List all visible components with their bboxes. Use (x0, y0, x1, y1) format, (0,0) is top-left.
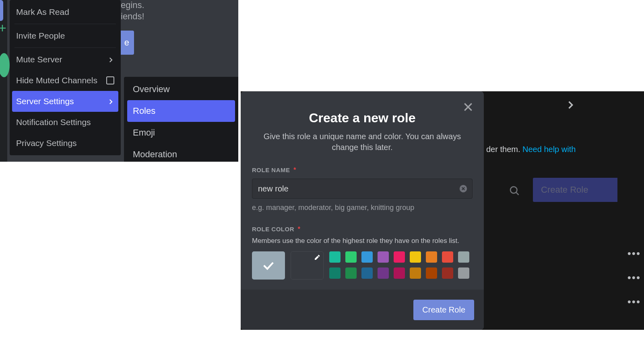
required-mark: * (296, 226, 301, 232)
chevron-right-icon (565, 99, 576, 111)
guild-icon-fragment (0, 53, 10, 77)
label-text: Role Color (252, 226, 294, 232)
eyedropper-icon (314, 254, 321, 261)
color-picker (252, 251, 473, 280)
color-swatch[interactable] (458, 267, 469, 279)
more-icon[interactable]: ••• (627, 272, 641, 284)
help-text: der them. (486, 145, 522, 154)
submenu-moderation[interactable]: Moderation (127, 144, 235, 162)
role-name-input[interactable] (252, 179, 473, 199)
color-swatch[interactable] (345, 267, 357, 279)
color-swatch[interactable] (361, 267, 373, 279)
color-swatch[interactable] (394, 251, 405, 263)
color-swatch[interactable] (458, 251, 469, 263)
color-swatch[interactable] (394, 267, 405, 279)
create-role-modal: Create a new role Give this role a uniqu… (241, 91, 484, 330)
close-icon[interactable] (462, 101, 474, 113)
color-swatch[interactable] (378, 267, 389, 279)
ctx-item-label: Mark As Read (16, 7, 69, 17)
modal-subtitle: Give this role a unique name and color. … (257, 131, 468, 153)
help-text-fragment: der them. Need help with (486, 145, 576, 154)
more-icon[interactable]: ••• (627, 296, 641, 308)
color-swatch[interactable] (329, 267, 341, 279)
color-swatch[interactable] (329, 251, 341, 263)
check-icon (262, 259, 275, 272)
default-color-swatch[interactable] (252, 251, 285, 280)
role-name-label: Role Name * (252, 167, 473, 174)
ctx-item-label: Server Settings (16, 97, 74, 106)
role-name-hint: e.g. manager, moderator, big gamer, knit… (252, 204, 473, 212)
role-color-desc: Members use the color of the highest rol… (252, 237, 473, 245)
svg-point-0 (510, 187, 517, 193)
ctx-invite-people[interactable]: Invite People (12, 25, 118, 46)
color-swatch[interactable] (361, 251, 373, 263)
chevron-right-icon (107, 98, 114, 105)
separator (14, 47, 116, 48)
ctx-mute-server[interactable]: Mute Server (12, 49, 118, 70)
guild-selected-indicator (0, 0, 3, 21)
ctx-privacy-settings[interactable]: Privacy Settings (12, 133, 118, 154)
color-swatch[interactable] (426, 267, 437, 279)
ctx-item-label: Hide Muted Channels (16, 76, 97, 85)
svg-line-1 (516, 193, 519, 195)
more-icon[interactable]: ••• (627, 247, 641, 260)
add-server-fragment: + (0, 20, 9, 31)
right-screenshot-region: der them. Need help with Create Role •••… (241, 91, 644, 330)
modal-title: Create a new role (241, 111, 484, 125)
color-swatch[interactable] (410, 267, 421, 279)
server-settings-submenu: Overview Roles Emoji Moderation (124, 77, 238, 162)
color-grid (329, 251, 469, 280)
modal-footer: Create Role (241, 290, 484, 330)
create-role-button-behind[interactable]: Create Role (533, 178, 617, 202)
color-swatch[interactable] (442, 267, 453, 279)
color-swatch[interactable] (345, 251, 357, 263)
search-icon[interactable] (509, 185, 520, 196)
submenu-overview[interactable]: Overview (127, 78, 235, 100)
bg-text-fragment: iends! (121, 11, 144, 22)
left-screenshot-region: egins. iends! e + Mark As Read Invite Pe… (0, 0, 238, 162)
server-context-menu: Mark As Read Invite People Mute Server H… (10, 0, 121, 155)
checkbox-icon[interactable] (106, 76, 114, 84)
create-role-button[interactable]: Create Role (413, 300, 474, 320)
ctx-mark-as-read[interactable]: Mark As Read (12, 2, 118, 23)
color-swatch[interactable] (410, 251, 421, 263)
color-swatch[interactable] (442, 251, 453, 263)
help-link[interactable]: Need help with (522, 145, 576, 154)
chevron-right-icon (107, 56, 114, 63)
color-swatch[interactable] (426, 251, 437, 263)
ctx-hide-muted-channels[interactable]: Hide Muted Channels (12, 70, 118, 91)
ctx-notification-settings[interactable]: Notification Settings (12, 112, 118, 133)
separator (14, 24, 116, 24)
label-text: Role Name (252, 167, 290, 173)
bg-text-fragment: egins. (121, 0, 144, 10)
required-mark: * (292, 167, 296, 173)
custom-color-swatch[interactable] (291, 251, 324, 280)
ctx-item-label: Invite People (16, 31, 65, 41)
ctx-item-label: Privacy Settings (16, 138, 77, 148)
submenu-roles[interactable]: Roles (127, 100, 235, 122)
color-swatch[interactable] (378, 251, 389, 263)
clear-input-icon[interactable] (459, 184, 468, 193)
ctx-item-label: Notification Settings (16, 117, 91, 127)
ctx-server-settings[interactable]: Server Settings (12, 91, 118, 112)
submenu-emoji[interactable]: Emoji (127, 122, 235, 144)
ctx-item-label: Mute Server (16, 55, 62, 64)
role-color-label: Role Color * (252, 226, 473, 233)
